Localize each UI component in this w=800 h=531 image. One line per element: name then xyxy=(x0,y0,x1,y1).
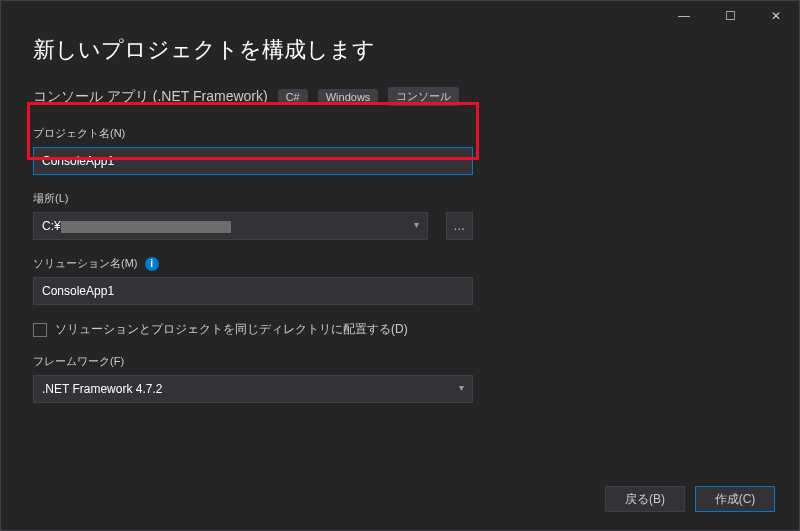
same-directory-label: ソリューションとプロジェクトを同じディレクトリに配置する(D) xyxy=(55,321,408,338)
template-info: コンソール アプリ (.NET Framework) C# Windows コン… xyxy=(33,87,767,106)
titlebar: — ☐ ✕ xyxy=(661,1,799,31)
location-row: 場所(L) C:¥ … xyxy=(33,191,473,240)
close-button[interactable]: ✕ xyxy=(753,1,799,31)
framework-label: フレームワーク(F) xyxy=(33,354,473,369)
info-icon[interactable]: i xyxy=(145,257,159,271)
content-area: 新しいプロジェクトを構成します コンソール アプリ (.NET Framewor… xyxy=(33,35,767,419)
framework-select[interactable]: .NET Framework 4.7.2 xyxy=(33,375,473,403)
tag-language: C# xyxy=(278,89,308,105)
same-directory-row: ソリューションとプロジェクトを同じディレクトリに配置する(D) xyxy=(33,321,473,338)
tag-type: コンソール xyxy=(388,87,459,106)
location-label: 場所(L) xyxy=(33,191,473,206)
framework-value: .NET Framework 4.7.2 xyxy=(42,382,162,396)
back-button[interactable]: 戻る(B) xyxy=(605,486,685,512)
project-name-input[interactable] xyxy=(33,147,473,175)
project-name-label: プロジェクト名(N) xyxy=(33,126,473,141)
solution-name-row: ソリューション名(M) i xyxy=(33,256,473,305)
same-directory-checkbox[interactable] xyxy=(33,323,47,337)
redacted-path xyxy=(61,221,231,233)
framework-row: フレームワーク(F) .NET Framework 4.7.2 xyxy=(33,354,473,403)
create-button[interactable]: 作成(C) xyxy=(695,486,775,512)
browse-button[interactable]: … xyxy=(446,212,473,240)
footer-buttons: 戻る(B) 作成(C) xyxy=(605,486,775,512)
minimize-button[interactable]: — xyxy=(661,1,707,31)
solution-name-label: ソリューション名(M) i xyxy=(33,256,473,271)
project-name-row: プロジェクト名(N) xyxy=(33,126,473,175)
location-value: C:¥ xyxy=(42,219,231,233)
location-select[interactable]: C:¥ xyxy=(33,212,428,240)
template-name: コンソール アプリ (.NET Framework) xyxy=(33,88,268,106)
page-title: 新しいプロジェクトを構成します xyxy=(33,35,767,65)
tag-platform: Windows xyxy=(318,89,379,105)
solution-name-input[interactable] xyxy=(33,277,473,305)
maximize-button[interactable]: ☐ xyxy=(707,1,753,31)
form: プロジェクト名(N) 場所(L) C:¥ … ソリューション名(M) i xyxy=(33,126,473,403)
